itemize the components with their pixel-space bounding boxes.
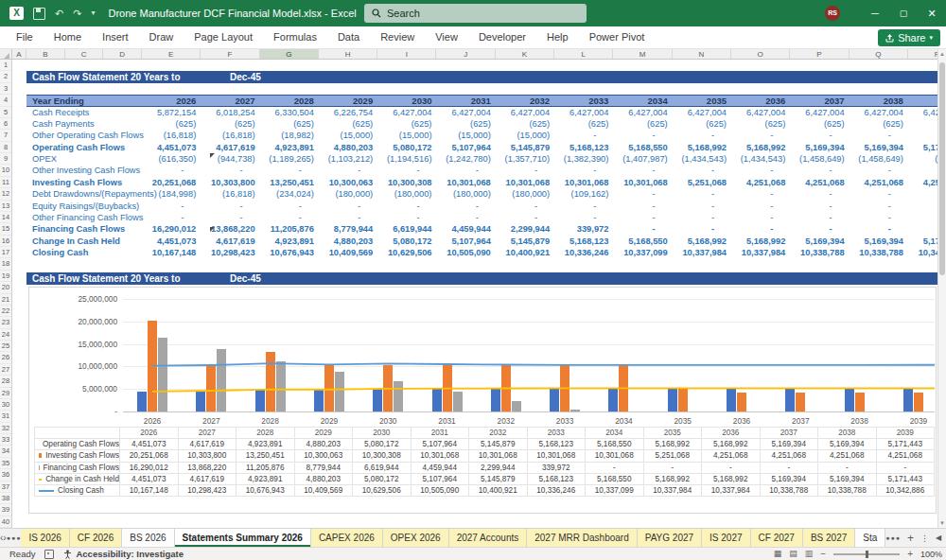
statement-cell[interactable]: (625)	[554, 118, 613, 130]
statement-cell[interactable]: (1,194,516)	[377, 153, 436, 165]
row-header-26[interactable]: 26	[0, 352, 11, 363]
statement-cell[interactable]: -	[731, 130, 790, 141]
statement-cell[interactable]: -	[613, 130, 672, 141]
row-header-40[interactable]: 40	[0, 516, 11, 528]
statement-cell[interactable]: 6,226,754	[319, 107, 377, 118]
statement-cell[interactable]: 10,409,569	[319, 247, 377, 258]
statement-row-equity-raisings-buybacks[interactable]: Equity Raisings/(Buybacks)--------------	[26, 201, 937, 212]
statement-cell[interactable]: -	[201, 165, 259, 176]
bar-operating-cash-flows[interactable]	[196, 391, 205, 411]
statement-cell[interactable]: 6,427,004	[496, 107, 554, 118]
statement-cell[interactable]: 10,338,788	[850, 247, 908, 258]
statement-cell[interactable]: 5,168,550	[613, 142, 672, 153]
column-header-E[interactable]: E	[142, 49, 201, 60]
statement-row-other-financing-cash-flows[interactable]: Other Financing Cash Flows--------------	[26, 212, 937, 223]
row-header-18[interactable]: 18	[0, 258, 11, 270]
statement-cell[interactable]: 10,336,246	[554, 247, 613, 258]
column-header-H[interactable]: H	[319, 49, 377, 60]
row-header-8[interactable]: 8	[0, 142, 11, 153]
row-header-38[interactable]: 38	[0, 493, 11, 504]
sheet-nav-more-icon[interactable]: ●●●	[7, 529, 22, 547]
row-header-29[interactable]: 29	[0, 388, 11, 399]
statement-cell[interactable]: -	[908, 212, 937, 223]
statement-cell[interactable]: (1,357,710)	[496, 153, 554, 165]
statement-cell[interactable]: (180,000)	[437, 188, 496, 200]
statement-cell[interactable]: 4,617,619	[201, 142, 259, 153]
statement-cell[interactable]: -	[319, 165, 377, 176]
row-header-2[interactable]: 2	[0, 71, 11, 82]
statement-cell[interactable]: (15,000)	[496, 130, 554, 141]
statement-cell[interactable]: (15,000)	[319, 130, 377, 141]
statement-cell[interactable]: (625)	[908, 118, 937, 130]
bar-investing-cash-flows[interactable]	[206, 365, 216, 411]
save-icon[interactable]	[33, 8, 45, 20]
statement-cell[interactable]: -	[319, 212, 377, 223]
statement-cell[interactable]: -	[142, 165, 201, 176]
bar-operating-cash-flows[interactable]	[255, 390, 265, 411]
statement-cell[interactable]: -	[790, 212, 849, 223]
vertical-scrollbar-thumb[interactable]	[939, 62, 945, 275]
statement-cell[interactable]: 4,251,068	[850, 177, 908, 188]
ribbon-tab-draw[interactable]: Draw	[139, 26, 184, 48]
row-header-36[interactable]: 36	[0, 469, 11, 481]
statement-cell[interactable]: 4,923,891	[260, 142, 319, 153]
statement-cell[interactable]: 339,972	[554, 223, 613, 235]
close-button[interactable]: ✕	[918, 0, 946, 26]
statement-cell[interactable]: 10,400,921	[496, 247, 554, 258]
select-all-corner[interactable]	[0, 49, 12, 60]
statement-cell[interactable]: -	[850, 201, 908, 212]
statement-cell[interactable]: -	[673, 223, 731, 235]
sheet-tab-statements-summary-2026[interactable]: Statements Summary 2026	[175, 529, 311, 547]
statement-row-change-in-cash-held[interactable]: Change In Cash Held4,451,0734,617,6194,9…	[26, 236, 937, 247]
statement-cell[interactable]: -	[201, 201, 259, 212]
row-header-13[interactable]: 13	[0, 201, 11, 212]
column-header-L[interactable]: L	[554, 49, 613, 60]
row-header-22[interactable]: 22	[0, 306, 11, 317]
statement-cell[interactable]: -	[613, 212, 672, 223]
statement-cell[interactable]: (625)	[790, 118, 849, 130]
statement-cell[interactable]: 5,168,992	[673, 142, 731, 153]
row-header-39[interactable]: 39	[0, 504, 11, 516]
ribbon-tab-review[interactable]: Review	[370, 26, 425, 48]
statement-cell[interactable]: -	[613, 223, 672, 235]
bar-investing-cash-flows[interactable]	[443, 365, 452, 411]
statement-cell[interactable]: 6,427,004	[613, 107, 672, 118]
restore-button[interactable]: ▢	[889, 0, 918, 26]
statement-cell[interactable]: (180,000)	[496, 188, 554, 200]
statement-cell[interactable]: (625)	[201, 118, 259, 130]
row-header-27[interactable]: 27	[0, 364, 11, 376]
statement-cell[interactable]: 5,169,394	[850, 142, 908, 153]
statement-cell[interactable]: 10,337,984	[731, 247, 790, 258]
statement-cell[interactable]: 5,169,394	[790, 236, 849, 247]
statement-cell[interactable]: -	[437, 201, 496, 212]
year-header-row[interactable]: Year Ending 2026202720282029203020312032…	[26, 95, 937, 107]
statement-cell[interactable]: (184,998)	[142, 188, 201, 200]
statement-cell[interactable]: (16,818)	[201, 188, 259, 200]
statement-cell[interactable]: -	[731, 165, 790, 176]
statement-row-cash-receipts[interactable]: Cash Receipts5,872,1546,018,2546,330,504…	[26, 107, 937, 118]
statement-cell[interactable]: -	[908, 201, 937, 212]
statement-row-other-investing-cash-flows[interactable]: Other Investing Cash Flows--------------	[26, 165, 937, 176]
statement-cell[interactable]: 4,880,203	[319, 142, 377, 153]
bar-investing-cash-flows[interactable]	[796, 393, 805, 411]
bar-operating-cash-flows[interactable]	[785, 388, 795, 411]
statement-cell[interactable]: 16,290,012	[142, 223, 201, 235]
bar-investing-cash-flows[interactable]	[501, 365, 511, 411]
bar-investing-cash-flows[interactable]	[383, 365, 393, 411]
bar-investing-cash-flows[interactable]	[855, 393, 865, 411]
row-header-12[interactable]: 12	[0, 188, 11, 200]
bar-investing-cash-flows[interactable]	[619, 365, 628, 411]
statement-cell[interactable]: -	[377, 165, 436, 176]
statement-cell[interactable]: 6,427,004	[908, 107, 937, 118]
column-header-C[interactable]: C	[65, 49, 104, 60]
statement-cell[interactable]: -	[613, 201, 672, 212]
sheet-tab-sta[interactable]: Sta	[855, 529, 885, 547]
statement-cell[interactable]: (1,434,543)	[731, 153, 790, 165]
statement-cell[interactable]: 11,205,876	[260, 223, 319, 235]
statement-cell[interactable]: -	[790, 130, 849, 141]
sheet-tab-capex-2026[interactable]: CAPEX 2026	[311, 529, 383, 547]
statement-cell[interactable]: (1,103,212)	[319, 153, 377, 165]
bar-operating-cash-flows[interactable]	[668, 388, 677, 411]
row-header-30[interactable]: 30	[0, 399, 11, 411]
statement-cell[interactable]: -	[496, 201, 554, 212]
